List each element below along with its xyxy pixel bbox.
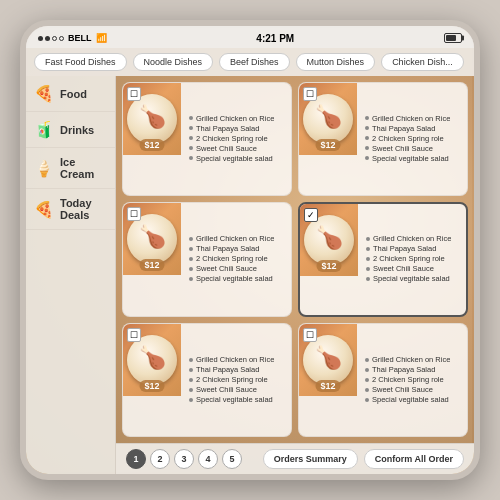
card-5-checkbox[interactable]: ☐ xyxy=(127,328,141,342)
card-6-checkbox[interactable]: ☐ xyxy=(303,328,317,342)
page-3[interactable]: 3 xyxy=(174,449,194,469)
card-4-checkbox[interactable]: ✓ xyxy=(304,208,318,222)
card-6-item-2: Thai Papaya Salad xyxy=(365,365,462,374)
card-1-checkbox[interactable]: ☐ xyxy=(127,87,141,101)
dot xyxy=(189,368,193,372)
content-layer: Fast Food Dishes Noodle Dishes Beef Dish… xyxy=(26,48,474,474)
dot xyxy=(365,388,369,392)
dot xyxy=(189,156,193,160)
page-5[interactable]: 5 xyxy=(222,449,242,469)
card-4-info: Grilled Chicken on Rice Thai Papaya Sala… xyxy=(358,204,466,316)
card-5-item-3: 2 Chicken Spring role xyxy=(189,375,286,384)
dot xyxy=(189,136,193,140)
cards-grid: ☐ 🍗 $12 Grilled Chicken on Rice Thai Pap… xyxy=(116,76,474,443)
card-6-item-3: 2 Chicken Spring role xyxy=(365,375,462,384)
sidebar-item-drinks[interactable]: 🧃 Drinks xyxy=(26,112,115,148)
dot xyxy=(365,358,369,362)
card-2-item-3: 2 Chicken Spring role xyxy=(365,134,462,143)
dot xyxy=(365,146,369,150)
dot xyxy=(189,237,193,241)
signal-dot-4 xyxy=(59,36,64,41)
card-2-item-4: Sweet Chili Sauce xyxy=(365,144,462,153)
dot xyxy=(189,146,193,150)
card-5-item-4: Sweet Chili Sauce xyxy=(189,385,286,394)
sidebar-item-food[interactable]: 🍕 Food xyxy=(26,76,115,112)
plate-food-5: 🍗 xyxy=(139,345,166,371)
card-5-item-5: Special vegitable salad xyxy=(189,395,286,404)
food-card-2[interactable]: ☐ 🍗 $12 Grilled Chicken on Rice Thai Pap… xyxy=(298,82,468,196)
dot xyxy=(366,277,370,281)
drinks-icon: 🧃 xyxy=(34,120,54,139)
card-6-item-5: Special vegitable salad xyxy=(365,395,462,404)
card-4-item-3: 2 Chicken Spring role xyxy=(366,254,461,263)
food-card-1[interactable]: ☐ 🍗 $12 Grilled Chicken on Rice Thai Pap… xyxy=(122,82,292,196)
dot xyxy=(366,257,370,261)
signal-dots xyxy=(38,36,64,41)
card-4-item-1: Grilled Chicken on Rice xyxy=(366,234,461,243)
dot xyxy=(365,398,369,402)
dot xyxy=(189,257,193,261)
sidebar: 🍕 Food 🧃 Drinks 🍦 Ice Cream 🍕 Today Deal… xyxy=(26,76,116,474)
food-card-6[interactable]: ☐ 🍗 $12 Grilled Chicken on Rice Thai Pap… xyxy=(298,323,468,437)
card-1-info: Grilled Chicken on Rice Thai Papaya Sala… xyxy=(181,83,291,195)
page-1[interactable]: 1 xyxy=(126,449,146,469)
plate-food-2: 🍗 xyxy=(315,104,342,130)
card-1-item-1: Grilled Chicken on Rice xyxy=(189,114,286,123)
card-3-item-2: Thai Papaya Salad xyxy=(189,244,286,253)
card-4-price: $12 xyxy=(316,260,341,272)
dot xyxy=(189,267,193,271)
card-5-price: $12 xyxy=(139,380,164,392)
card-6-item-4: Sweet Chili Sauce xyxy=(365,385,462,394)
plate-food-3: 🍗 xyxy=(139,224,166,250)
card-5-item-2: Thai Papaya Salad xyxy=(189,365,286,374)
food-icon: 🍕 xyxy=(34,84,54,103)
card-2-item-1: Grilled Chicken on Rice xyxy=(365,114,462,123)
category-fast-food[interactable]: Fast Food Dishes xyxy=(34,53,127,71)
card-1-price: $12 xyxy=(139,139,164,151)
battery-fill xyxy=(446,35,456,41)
category-noodle[interactable]: Noodle Dishes xyxy=(133,53,214,71)
card-2-price: $12 xyxy=(315,139,340,151)
food-card-4[interactable]: ✓ 🍗 $12 Grilled Chicken on Rice Thai Pap… xyxy=(298,202,468,318)
orders-summary-button[interactable]: Orders Summary xyxy=(263,449,358,469)
page-4[interactable]: 4 xyxy=(198,449,218,469)
card-2-checkbox[interactable]: ☐ xyxy=(303,87,317,101)
sidebar-item-ice-cream[interactable]: 🍦 Ice Cream xyxy=(26,148,115,189)
dot xyxy=(189,398,193,402)
dot xyxy=(366,247,370,251)
card-2-item-2: Thai Papaya Salad xyxy=(365,124,462,133)
category-mutton[interactable]: Mutton Dishes xyxy=(296,53,376,71)
main-area: Fast Food Dishes Noodle Dishes Beef Dish… xyxy=(26,48,474,474)
dot xyxy=(366,237,370,241)
category-beef[interactable]: Beef Dishes xyxy=(219,53,290,71)
page-2[interactable]: 2 xyxy=(150,449,170,469)
main-layout: 🍕 Food 🧃 Drinks 🍦 Ice Cream 🍕 Today Deal… xyxy=(26,76,474,474)
card-3-checkbox[interactable]: ☐ xyxy=(127,207,141,221)
dot xyxy=(189,247,193,251)
sidebar-drinks-label: Drinks xyxy=(60,124,94,136)
pagination: 1 2 3 4 5 xyxy=(126,449,242,469)
food-card-5[interactable]: ☐ 🍗 $12 Grilled Chicken on Rice Thai Pap… xyxy=(122,323,292,437)
dot xyxy=(189,358,193,362)
card-5-info: Grilled Chicken on Rice Thai Papaya Sala… xyxy=(181,324,291,436)
clock: 4:21 PM xyxy=(256,33,294,44)
dot xyxy=(365,116,369,120)
category-chicken[interactable]: Chicken Dish... xyxy=(381,53,464,71)
battery-icon xyxy=(444,33,462,43)
sidebar-item-today-deals[interactable]: 🍕 Today Deals xyxy=(26,189,115,230)
dot xyxy=(366,267,370,271)
dot xyxy=(189,126,193,130)
card-6-info: Grilled Chicken on Rice Thai Papaya Sala… xyxy=(357,324,467,436)
dot xyxy=(365,136,369,140)
conform-all-button[interactable]: Conform All Order xyxy=(364,449,464,469)
plate-food-1: 🍗 xyxy=(139,104,166,130)
food-card-3[interactable]: ☐ 🍗 $12 Grilled Chicken on Rice Thai Pap… xyxy=(122,202,292,318)
dot xyxy=(189,116,193,120)
ice-cream-icon: 🍦 xyxy=(34,159,54,178)
sidebar-food-label: Food xyxy=(60,88,87,100)
card-1-item-3: 2 Chicken Spring role xyxy=(189,134,286,143)
card-3-price: $12 xyxy=(139,259,164,271)
dot xyxy=(189,388,193,392)
signal-dot-1 xyxy=(38,36,43,41)
bottom-actions: Orders Summary Conform All Order xyxy=(263,449,464,469)
